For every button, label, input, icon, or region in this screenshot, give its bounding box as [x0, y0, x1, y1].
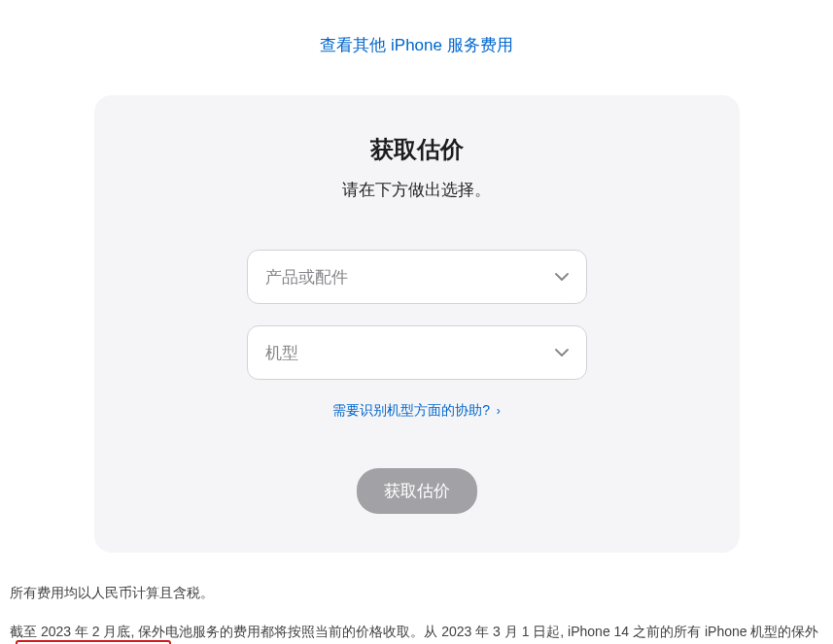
other-services-link[interactable]: 查看其他 iPhone 服务费用 [320, 36, 512, 54]
footer-line2: 截至 2023 年 2 月底, 保外电池服务的费用都将按照当前的价格收取。从 2… [10, 621, 823, 644]
product-select-placeholder: 产品或配件 [265, 266, 348, 288]
select-model-wrapper: 机型 [247, 325, 587, 380]
identify-model-help-link[interactable]: 需要识别机型方面的协助? › [332, 402, 501, 418]
chevron-down-icon [555, 349, 569, 356]
footer-line1: 所有费用均以人民币计算且含税。 [10, 582, 823, 605]
button-wrapper: 获取估价 [123, 468, 711, 514]
card-subtitle: 请在下方做出选择。 [123, 179, 711, 201]
product-select[interactable]: 产品或配件 [247, 250, 587, 304]
red-annotation-box [16, 640, 171, 644]
model-select-placeholder: 机型 [265, 342, 298, 364]
model-select[interactable]: 机型 [247, 325, 587, 380]
card-title: 获取估价 [123, 134, 711, 165]
chevron-right-icon: › [497, 404, 501, 418]
get-estimate-button[interactable]: 获取估价 [357, 468, 477, 514]
help-link-label: 需要识别机型方面的协助? [332, 402, 494, 418]
estimate-card: 获取估价 请在下方做出选择。 产品或配件 机型 [94, 95, 740, 553]
footer-text: 所有费用均以人民币计算且含税。 截至 2023 年 2 月底, 保外电池服务的费… [0, 553, 833, 644]
select-product-wrapper: 产品或配件 [247, 250, 587, 304]
chevron-down-icon [555, 273, 569, 281]
footer-line2-part1: 截至 2023 年 2 月底, 保外电池服务的费用都将按照当前的价格收取。从 2… [10, 624, 818, 644]
help-link-wrapper: 需要识别机型方面的协助? › [123, 401, 711, 420]
top-link-wrapper: 查看其他 iPhone 服务费用 [10, 34, 823, 56]
